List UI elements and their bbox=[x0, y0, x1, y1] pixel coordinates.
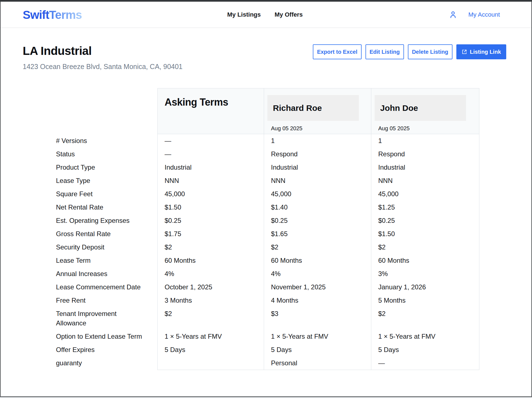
offer-cell: 1 bbox=[264, 134, 371, 147]
offer-cell: $2 bbox=[371, 241, 479, 254]
offer-cell: $1.40 bbox=[264, 201, 371, 214]
offer-cell: — bbox=[371, 356, 479, 370]
offer-cell: 4 Months bbox=[264, 294, 371, 307]
offer-name[interactable]: Richard Roe bbox=[267, 95, 359, 121]
row-label: Lease Term bbox=[56, 254, 157, 267]
listing-actions: Export to Excel Edit Listing Delete List… bbox=[313, 44, 506, 59]
offer-cell: $1.65 bbox=[264, 227, 371, 241]
offer-cell: 60 Months bbox=[371, 254, 479, 267]
offer-cell: $3 bbox=[264, 307, 371, 330]
row-label: Product Type bbox=[56, 161, 157, 174]
asking-cell: $1.50 bbox=[157, 201, 264, 214]
row-label: Security Deposit bbox=[56, 241, 157, 254]
offer-cell: $1.25 bbox=[371, 201, 479, 214]
asking-cell: 60 Months bbox=[157, 254, 264, 267]
offer-cell: 45,000 bbox=[371, 187, 479, 201]
row-label: Offer Expires bbox=[56, 343, 157, 356]
nav-my-offers[interactable]: My Offers bbox=[275, 11, 303, 18]
offer-name[interactable]: John Doe bbox=[375, 95, 466, 121]
offer-cell: 1 × 5-Years at FMV bbox=[371, 330, 479, 343]
asking-cell: Industrial bbox=[157, 161, 264, 174]
asking-cell: $2 bbox=[157, 307, 264, 330]
nav-my-listings[interactable]: My Listings bbox=[227, 11, 261, 18]
row-label: Net Rental Rate bbox=[56, 201, 157, 214]
main-nav: My Listings My Offers bbox=[227, 2, 303, 28]
asking-cell: 45,000 bbox=[157, 187, 264, 201]
row-label: Tenant Improvement Allowance bbox=[56, 307, 157, 330]
title-row: LA Industrial 1423 Ocean Breeze Blvd, Sa… bbox=[23, 44, 506, 71]
row-label: Lease Commencement Date bbox=[56, 280, 157, 294]
asking-cell: — bbox=[157, 147, 264, 161]
offer-cell: $2 bbox=[264, 241, 371, 254]
row-label: Option to Extend Lease Term bbox=[56, 330, 157, 343]
my-account-link[interactable]: My Account bbox=[468, 11, 500, 18]
row-label: Square Feet bbox=[56, 187, 157, 201]
row-label: Lease Type bbox=[56, 174, 157, 187]
row-label: guaranty bbox=[56, 356, 157, 370]
person-icon[interactable] bbox=[449, 11, 457, 19]
row-label: Status bbox=[56, 147, 157, 161]
offer-cell: $0.25 bbox=[371, 214, 479, 227]
delete-listing-button[interactable]: Delete Listing bbox=[408, 44, 452, 59]
offer-date: Aug 05 2025 bbox=[378, 124, 479, 133]
offer-cell: 4% bbox=[264, 267, 371, 280]
offer-cell: $1.50 bbox=[371, 227, 479, 241]
row-label: Est. Operating Expenses bbox=[56, 214, 157, 227]
row-label: Gross Rental Rate bbox=[56, 227, 157, 241]
offer-cell: NNN bbox=[371, 174, 479, 187]
listing-link-button[interactable]: Listing Link bbox=[456, 44, 506, 59]
export-to-excel-button[interactable]: Export to Excel bbox=[313, 44, 362, 59]
offer-cell: Respond bbox=[264, 147, 371, 161]
offer-cell: $0.25 bbox=[264, 214, 371, 227]
asking-cell: — bbox=[157, 134, 264, 147]
asking-cell: 5 Days bbox=[157, 343, 264, 356]
offer-cell: $2 bbox=[371, 307, 479, 330]
top-header: SwiftTerms My Listings My Offers My Acco… bbox=[1, 2, 531, 28]
page-title: LA Industrial bbox=[23, 44, 183, 58]
offer-cell: 5 Days bbox=[264, 343, 371, 356]
header-spacer bbox=[56, 88, 157, 134]
asking-cell: October 1, 2025 bbox=[157, 280, 264, 294]
asking-cell: 3 Months bbox=[157, 294, 264, 307]
offer-cell: Respond bbox=[371, 147, 479, 161]
listing-heading: LA Industrial 1423 Ocean Breeze Blvd, Sa… bbox=[23, 44, 183, 71]
offer-cell: 60 Months bbox=[264, 254, 371, 267]
offer-cell: Industrial bbox=[264, 161, 371, 174]
external-link-icon bbox=[462, 49, 467, 55]
edit-listing-button[interactable]: Edit Listing bbox=[365, 44, 404, 59]
offer-cell: 1 bbox=[371, 134, 479, 147]
brand-logo-part1: Swift bbox=[23, 8, 49, 21]
asking-cell: 4% bbox=[157, 267, 264, 280]
brand-logo[interactable]: SwiftTerms bbox=[23, 8, 82, 22]
offer-cell: Industrial bbox=[371, 161, 479, 174]
asking-terms-header: Asking Terms bbox=[157, 88, 264, 134]
offer-cell: November 1, 2025 bbox=[264, 280, 371, 294]
listing-link-label: Listing Link bbox=[470, 49, 501, 55]
row-label: # Versions bbox=[56, 134, 157, 147]
row-label: Annual Increases bbox=[56, 267, 157, 280]
asking-cell: NNN bbox=[157, 174, 264, 187]
offer-cell: 5 Months bbox=[371, 294, 479, 307]
asking-cell: $1.75 bbox=[157, 227, 264, 241]
offer-cell: NNN bbox=[264, 174, 371, 187]
asking-cell: $2 bbox=[157, 241, 264, 254]
window-frame-bottom bbox=[0, 397, 532, 398]
offer-cell: 1 × 5-Years at FMV bbox=[264, 330, 371, 343]
main-content: LA Industrial 1423 Ocean Breeze Blvd, Sa… bbox=[1, 44, 531, 370]
listing-address: 1423 Ocean Breeze Blvd, Santa Monica, CA… bbox=[23, 63, 183, 71]
brand-logo-part2: Terms bbox=[49, 8, 82, 21]
offer-column-header: John Doe Aug 05 2025 bbox=[371, 88, 479, 134]
asking-cell bbox=[157, 356, 264, 370]
comparison-table: Asking Terms Richard Roe Aug 05 2025 Joh… bbox=[56, 88, 506, 370]
offer-cell: 3% bbox=[371, 267, 479, 280]
offer-cell: Personal bbox=[264, 356, 371, 370]
row-label: Free Rent bbox=[56, 294, 157, 307]
asking-cell: $0.25 bbox=[157, 214, 264, 227]
account-area: My Account bbox=[449, 2, 500, 28]
offer-column-header: Richard Roe Aug 05 2025 bbox=[264, 88, 371, 134]
offer-date: Aug 05 2025 bbox=[271, 124, 371, 133]
asking-cell: 1 × 5-Years at FMV bbox=[157, 330, 264, 343]
offer-cell: 45,000 bbox=[264, 187, 371, 201]
app-window: SwiftTerms My Listings My Offers My Acco… bbox=[0, 0, 532, 397]
offer-cell: January 1, 2026 bbox=[371, 280, 479, 294]
